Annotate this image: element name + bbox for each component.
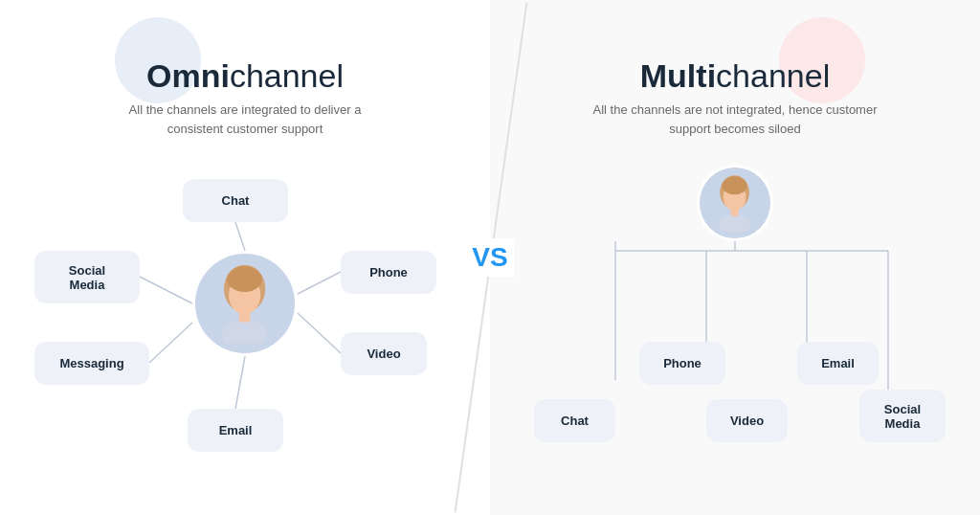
right-panel: Multichannel All the channels are not in… — [490, 0, 980, 515]
multi-channel-social-label: SocialMedia — [884, 402, 921, 431]
omni-title-bold: Omni — [146, 57, 230, 94]
omni-channel-video-label: Video — [367, 347, 400, 361]
svg-point-19 — [723, 177, 747, 195]
svg-line-5 — [235, 356, 245, 409]
omni-channel-social-label: SocialMedia — [69, 263, 105, 292]
svg-point-9 — [223, 320, 268, 344]
omni-avatar — [192, 251, 298, 356]
left-panel: Omnichannel All the channels are integra… — [0, 0, 490, 515]
omni-channel-email-label: Email — [219, 423, 253, 437]
omni-channel-messaging-label: Messaging — [59, 356, 123, 370]
multi-channel-email-label: Email — [821, 356, 855, 370]
multi-pill-chat: Chat — [534, 399, 615, 442]
multi-channel-phone-label: Phone — [663, 356, 702, 370]
omni-channel-chat-label: Chat — [222, 193, 250, 208]
multi-diagram: Chat Phone Video Email SocialMedia — [515, 155, 955, 461]
vs-label: VS — [466, 238, 513, 277]
svg-rect-21 — [731, 209, 739, 216]
multi-channel-video-label: Video — [730, 414, 764, 428]
omni-pill-messaging: Messaging — [34, 342, 149, 385]
omni-title-light: channel — [230, 57, 344, 94]
omni-pill-phone: Phone — [341, 251, 436, 294]
svg-point-20 — [719, 214, 750, 232]
omni-pill-email: Email — [188, 409, 283, 452]
multi-pill-social: SocialMedia — [859, 390, 946, 442]
multi-title-bold: Multi — [640, 57, 716, 94]
omni-diagram: Chat SocialMedia Messaging Phone Video E… — [25, 155, 465, 461]
svg-line-0 — [235, 222, 245, 251]
omni-pill-social: SocialMedia — [34, 251, 140, 303]
svg-rect-10 — [239, 311, 251, 323]
omni-person — [195, 254, 295, 353]
multi-avatar — [697, 165, 773, 241]
omni-pill-video: Video — [341, 332, 427, 375]
vs-divider: VS — [467, 0, 513, 515]
svg-line-1 — [140, 277, 192, 303]
multi-channel-chat-label: Chat — [561, 414, 589, 428]
omni-subtitle: All the channels are integrated to deliv… — [101, 101, 389, 138]
multi-title-light: channel — [716, 57, 830, 94]
multi-pill-video: Video — [706, 399, 788, 442]
svg-line-3 — [298, 272, 341, 294]
multi-pill-email: Email — [797, 342, 879, 385]
multi-pill-phone: Phone — [639, 342, 725, 385]
multi-subtitle: All the channels are not integrated, hen… — [591, 101, 879, 138]
omni-pill-chat: Chat — [183, 179, 288, 222]
svg-point-8 — [228, 267, 263, 293]
svg-line-4 — [298, 313, 341, 353]
multi-title: Multichannel — [640, 57, 830, 95]
svg-line-2 — [149, 323, 192, 363]
multi-person — [700, 168, 770, 238]
omni-channel-phone-label: Phone — [369, 265, 408, 280]
omni-title: Omnichannel — [146, 57, 344, 95]
